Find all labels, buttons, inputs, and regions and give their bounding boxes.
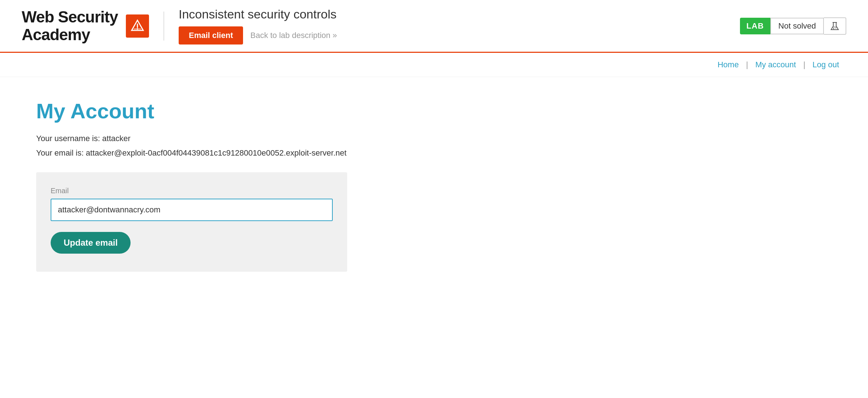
- logo-area: Web Security Academy: [22, 8, 149, 43]
- flask-icon: [830, 21, 840, 31]
- logo-line2: Academy: [22, 26, 118, 43]
- lab-badge: LAB: [740, 18, 770, 34]
- username-line: Your username is: attacker: [36, 134, 832, 143]
- email-form-section: Email Update email: [36, 172, 347, 272]
- nav-log-out-link[interactable]: Log out: [805, 60, 846, 69]
- svg-point-4: [833, 28, 834, 29]
- email-input[interactable]: [51, 199, 333, 221]
- page-title: My Account: [36, 99, 832, 123]
- header-actions: Email client Back to lab description »: [179, 26, 740, 45]
- header-center: Inconsistent security controls Email cli…: [179, 7, 740, 45]
- main-content: My Account Your username is: attacker Yo…: [0, 77, 868, 293]
- header: Web Security Academy Inconsistent securi…: [0, 0, 868, 53]
- not-solved-badge: Not solved: [770, 18, 824, 34]
- nav-bar: Home | My account | Log out: [0, 53, 868, 77]
- header-divider: [163, 12, 164, 41]
- email-info-line: Your email is: attacker@exploit-0acf004f…: [36, 148, 832, 158]
- logo-icon: [126, 14, 149, 38]
- flask-button[interactable]: [824, 17, 846, 35]
- lab-title: Inconsistent security controls: [179, 7, 740, 21]
- back-to-lab-link[interactable]: Back to lab description »: [250, 31, 337, 40]
- svg-point-5: [835, 28, 836, 29]
- logo-line1: Web Security: [22, 8, 118, 26]
- update-email-button[interactable]: Update email: [51, 232, 131, 254]
- header-right: LAB Not solved: [740, 17, 846, 35]
- logo-text: Web Security Academy: [22, 8, 149, 43]
- nav-my-account-link[interactable]: My account: [748, 60, 803, 69]
- email-label: Email: [51, 187, 333, 195]
- email-client-button[interactable]: Email client: [179, 26, 243, 45]
- nav-home-link[interactable]: Home: [710, 60, 746, 69]
